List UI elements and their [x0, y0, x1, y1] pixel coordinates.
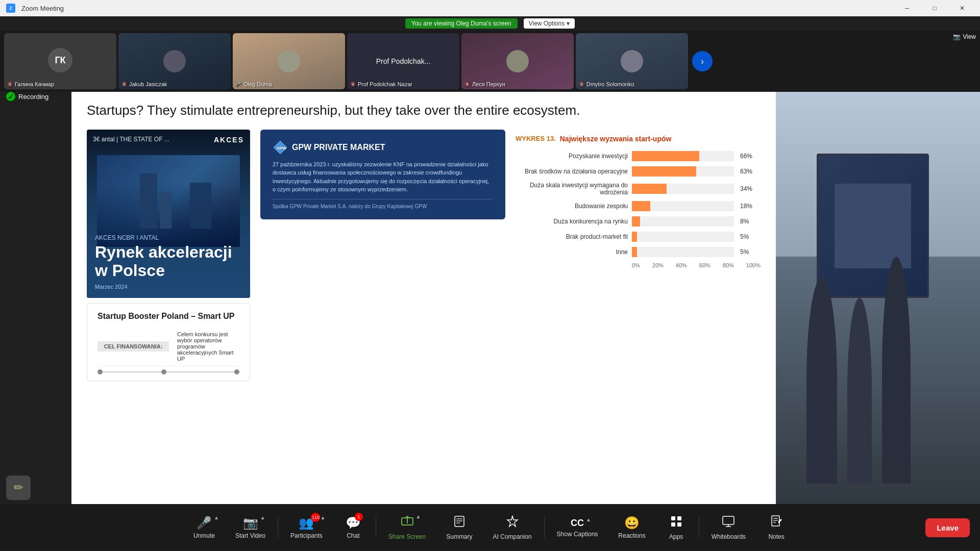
participant-name-center: Prof Podolchak...	[376, 57, 431, 65]
close-button[interactable]: ✕	[950, 0, 974, 16]
recording-indicator: ✓ Recording	[6, 92, 48, 101]
svg-text:GPW: GPW	[277, 146, 287, 151]
startup-label: CEL FINANSOWANIA:	[97, 341, 169, 352]
whiteboards-button[interactable]: Whiteboards	[701, 511, 756, 544]
bar-row: Brak product-market fit 5%	[516, 232, 761, 242]
avatar: ГК	[48, 48, 72, 72]
bar-row: Duża konkurencja na rynku 8%	[516, 216, 761, 227]
svg-marker-7	[507, 516, 518, 527]
zoom-logo: Z	[6, 4, 15, 13]
svg-rect-10	[671, 522, 675, 527]
participant-card: 🔇 Леся Перхун	[461, 33, 574, 89]
cover-subtitle: AKCES NCBR I ANTAL	[95, 234, 242, 241]
svg-rect-8	[671, 516, 675, 520]
svg-rect-3	[455, 516, 464, 527]
recording-label: Recording	[18, 93, 48, 101]
participant-name: 🔇 Галина Качмар	[7, 81, 54, 87]
share-screen-button[interactable]: ▲ Share Screen	[378, 511, 436, 544]
ai-companion-button[interactable]: AI Companion	[483, 511, 542, 544]
participant-card: Prof Podolchak... 🔇 Prof Podolchak Nazar	[347, 33, 459, 89]
start-video-button[interactable]: 📷 ▲ Start Video	[225, 512, 276, 543]
chart-title: Największe wyzwania start-upów	[560, 135, 672, 143]
window-title: Zoom Meeting	[21, 5, 64, 12]
viewing-badge: You are viewing Oleg Duma's screen	[405, 18, 518, 29]
svg-rect-9	[677, 516, 681, 520]
svg-rect-15	[772, 516, 779, 526]
view-button[interactable]: 📷 View	[953, 33, 976, 40]
participant-card: ГК 🔇 Галина Качмар	[4, 33, 116, 89]
participant-name: 🎤 Oleg Duma	[236, 81, 272, 87]
participant-card: 🔇 Jakub Jasiczak	[118, 33, 231, 89]
bar-row: Inne 5%	[516, 247, 761, 257]
startup-booster-card: Startup Booster Poland – Smart UP CEL FI…	[87, 303, 250, 381]
conference-photo	[776, 92, 980, 504]
view-options-button[interactable]: View Options ▾	[524, 18, 575, 29]
cover-akces: AKCES	[214, 136, 244, 144]
notification-bar: You are viewing Oleg Duma's screen View …	[0, 16, 980, 31]
slide-middle-panel: GPW GPW PRIVATE MARKET 27 października 2…	[260, 130, 505, 486]
title-bar: Z Zoom Meeting ─ □ ✕	[0, 0, 980, 16]
show-captions-button[interactable]: CC ▲ Show Captions	[547, 514, 608, 542]
right-photo-panel	[776, 92, 980, 504]
startup-value: Celem konkursu jest wybór operatorów pro…	[177, 331, 239, 362]
taskbar: 🎤 ▲ Unmute 📷 ▲ Start Video 👥 115 ▲ Parti…	[0, 504, 980, 551]
slide-left-panel: 3€ antal | THE STATE OF ... AKCES AKCES …	[87, 130, 250, 486]
cover-logo: 3€ antal | THE STATE OF ...	[93, 136, 169, 143]
slide-area: Startups? They stimulate entrepreneurshi…	[71, 92, 776, 504]
unmute-button[interactable]: 🎤 ▲ Unmute	[183, 512, 225, 543]
gpw-logo: GPW GPW PRIVATE MARKET	[273, 140, 493, 155]
participant-name: 🔇 Jakub Jasiczak	[121, 81, 167, 87]
main-content: Startups? They stimulate entrepreneurshi…	[71, 92, 980, 504]
reactions-button[interactable]: 😀 Reactions	[608, 512, 655, 543]
chart-axis: 0% 20% 40% 60% 80% 100%	[516, 262, 761, 268]
timeline-bar	[97, 371, 239, 372]
notes-button[interactable]: Notes	[756, 511, 797, 544]
bar-row: Pozyskanie inwestycji 66%	[516, 151, 761, 161]
participants-button[interactable]: 👥 115 ▲ Participants	[280, 512, 333, 543]
next-participants-button[interactable]: ›	[692, 51, 713, 71]
leave-button[interactable]: Leave	[925, 518, 970, 537]
slide-cover: 3€ antal | THE STATE OF ... AKCES AKCES …	[87, 130, 250, 298]
participant-name: 🔇 Леся Перхун	[464, 81, 505, 87]
gpw-card: GPW GPW PRIVATE MARKET 27 października 2…	[260, 130, 505, 219]
chart-title-row: WYKRES 13. Największe wyzwania start-upó…	[516, 135, 761, 143]
apps-button[interactable]: Apps	[656, 511, 697, 544]
participant-name: 🔇 Prof Podolchak Nazar	[350, 81, 412, 87]
chat-button[interactable]: 💬 1 Chat	[333, 512, 374, 543]
maximize-button[interactable]: □	[923, 0, 946, 16]
participant-card: 🎤 Oleg Duma	[233, 33, 345, 89]
participant-card: 🔇 Dmytro Solomonko	[576, 33, 688, 89]
startup-card-title: Startup Booster Poland – Smart UP	[97, 312, 239, 321]
recording-dot: ✓	[6, 92, 15, 101]
chart-prefix: WYKRES 13.	[516, 135, 556, 142]
startup-financing-row: CEL FINANSOWANIA: Celem konkursu jest wy…	[97, 327, 239, 366]
participant-name: 🔇 Dmytro Solomonko	[579, 81, 634, 87]
chart-bars: Pozyskanie inwestycji 66% Brak środków n…	[516, 151, 761, 257]
bar-row: Brak środków na działania operacyjne 63%	[516, 166, 761, 177]
bar-row: Duża skala inwestycji wymagana do wdroże…	[516, 182, 761, 196]
svg-rect-12	[723, 516, 734, 524]
svg-rect-11	[677, 522, 681, 527]
cover-main-title: Rynek akceleracji w Polsce	[95, 243, 242, 279]
gpw-description: 27 października 2023 r. uzyskaliśmy zezw…	[273, 160, 493, 194]
bar-row: Budowanie zespołu 18%	[516, 201, 761, 211]
summary-button[interactable]: Summary	[436, 511, 482, 544]
gpw-footnote: Spółka GPW Private Market S.A. należy do…	[273, 199, 493, 209]
slide-title: Startups? They stimulate entrepreneurshi…	[87, 102, 761, 119]
draw-annotate-button[interactable]: ✏	[6, 475, 31, 500]
participant-strip: ГК 🔇 Галина Качмар 🔇 Jakub Jasiczak 🎤 Ol…	[0, 31, 980, 92]
minimize-button[interactable]: ─	[895, 0, 919, 16]
slide-chart: WYKRES 13. Największe wyzwania start-upó…	[516, 130, 761, 486]
cover-date: Marzec 2024	[95, 284, 242, 290]
